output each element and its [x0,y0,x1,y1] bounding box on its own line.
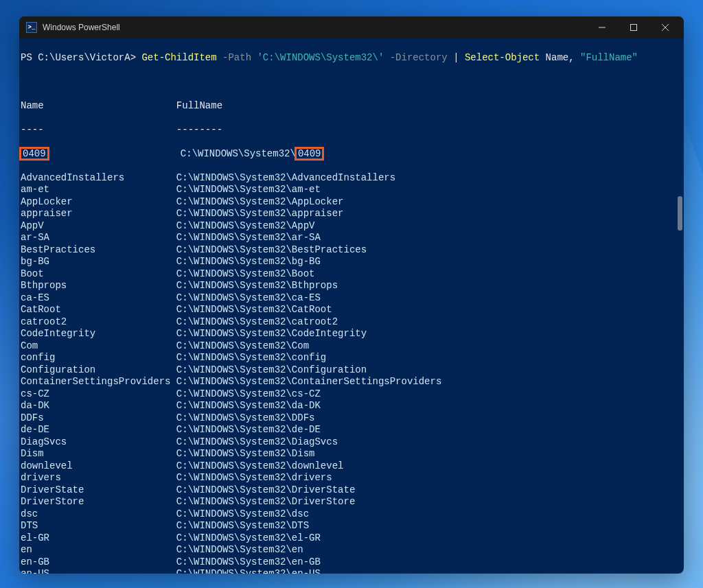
table-row: DiagSvcs C:\WINDOWS\System32\DiagSvcs [21,436,680,449]
table-row: bg-BG C:\WINDOWS\System32\bg-BG [21,256,680,268]
header-name: Name [21,100,176,111]
table-row: Dism C:\WINDOWS\System32\Dism [21,448,680,460]
minimize-button[interactable] [586,16,618,38]
arg-fullname: "FullName" [580,52,638,63]
table-row: en-GB C:\WINDOWS\System32\en-GB [21,556,680,569]
column-headers: Name FullName [21,100,680,113]
table-row: BestPractices C:\WINDOWS\System32\BestPr… [21,244,680,257]
header-separator: ---- -------- [21,124,680,137]
table-row: drivers C:\WINDOWS\System32\drivers [21,472,680,484]
highlight-fullname: 0409 [295,147,325,161]
window-titlebar[interactable]: >_ Windows PowerShell [19,16,684,38]
dash-fullname: -------- [176,124,222,135]
table-row: DriverStore C:\WINDOWS\System32\DriverSt… [21,496,680,508]
table-row: AppV C:\WINDOWS\System32\AppV [21,220,680,233]
table-row: de-DE C:\WINDOWS\System32\de-DE [21,424,680,436]
table-row: ar-SA C:\WINDOWS\System32\ar-SA [21,232,680,244]
table-row: config C:\WINDOWS\System32\config [21,352,680,364]
table-row: DriverState C:\WINDOWS\System32\DriverSt… [21,484,680,497]
table-row-highlighted: 0409 C:\WINDOWS\System32\0409 [21,148,680,161]
dash-name: ---- [21,124,176,135]
table-row: da-DK C:\WINDOWS\System32\da-DK [21,400,680,412]
table-row: en-US C:\WINDOWS\System32\en-US [21,568,680,574]
table-row: dsc C:\WINDOWS\System32\dsc [21,508,680,521]
scrollbar-thumb[interactable] [678,196,682,231]
table-row: Com C:\WINDOWS\System32\Com [21,340,680,353]
cmdlet-select-object: Select-Object [465,52,540,63]
powershell-icon: >_ [26,22,37,33]
table-row: ContainerSettingsProviders C:\WINDOWS\Sy… [21,376,680,388]
table-row: catroot2 C:\WINDOWS\System32\catroot2 [21,316,680,329]
blank-line [21,76,680,89]
table-row: AppLocker C:\WINDOWS\System32\AppLocker [21,196,680,209]
table-row: downlevel C:\WINDOWS\System32\downlevel [21,460,680,473]
table-row: Boot C:\WINDOWS\System32\Boot [21,268,680,281]
svg-rect-1 [631,25,637,31]
param-path: -Path [217,52,257,63]
terminal-output[interactable]: PS C:\Users\VictorA> Get-ChildItem -Path… [19,38,684,574]
table-row: ca-ES C:\WINDOWS\System32\ca-ES [21,292,680,305]
close-button[interactable] [649,16,681,38]
prompt-prefix: PS C:\Users\VictorA> [21,52,141,63]
fullname-prefix: C:\WINDOWS\System32\ [181,148,296,159]
param-directory: -Directory [384,52,447,63]
table-row: appraiser C:\WINDOWS\System32\appraiser [21,208,680,220]
arg-name: Name [540,52,568,63]
table-row: AdvancedInstallers C:\WINDOWS\System32\A… [21,172,680,185]
table-row: am-et C:\WINDOWS\System32\am-et [21,184,680,196]
table-row: en C:\WINDOWS\System32\en [21,544,680,556]
table-row: DTS C:\WINDOWS\System32\DTS [21,520,680,532]
prompt-line: PS C:\Users\VictorA> Get-ChildItem -Path… [21,52,680,64]
highlight-name: 0409 [19,147,49,161]
table-row: CatRoot C:\WINDOWS\System32\CatRoot [21,304,680,316]
table-row: Bthprops C:\WINDOWS\System32\Bthprops [21,280,680,292]
table-row: cs-CZ C:\WINDOWS\System32\cs-CZ [21,388,680,401]
header-fullname: FullName [176,100,222,111]
powershell-window: >_ Windows PowerShell PS C:\Users\Victor… [19,16,684,574]
table-row: DDFs C:\WINDOWS\System32\DDFs [21,412,680,425]
table-row: el-GR C:\WINDOWS\System32\el-GR [21,532,680,545]
table-row: Configuration C:\WINDOWS\System32\Config… [21,364,680,377]
window-title: Windows PowerShell [43,23,586,32]
maximize-button[interactable] [618,16,649,38]
cmdlet-get-childitem: Get-ChildItem [141,52,216,63]
comma: , [568,52,580,63]
table-row: CodeIntegrity C:\WINDOWS\System32\CodeIn… [21,328,680,340]
pipe-operator: | [448,52,465,63]
path-argument: 'C:\WINDOWS\System32\' [257,52,384,63]
